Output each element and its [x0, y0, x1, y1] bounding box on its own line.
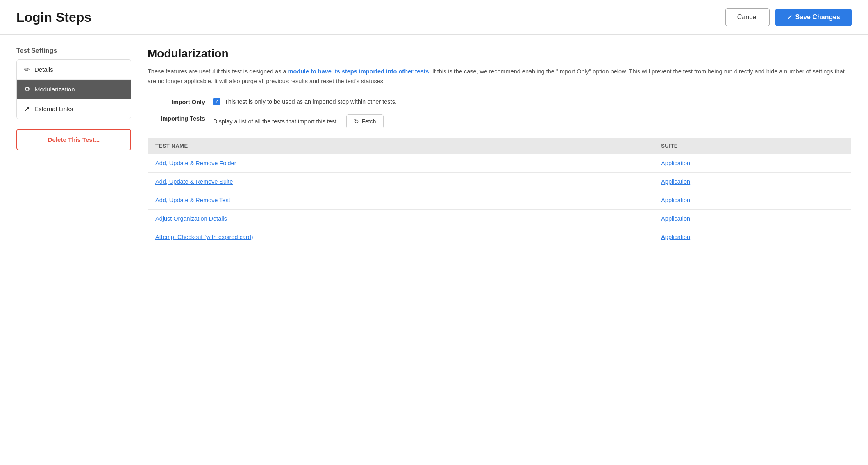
- sidebar-item-details-label: Details: [34, 66, 53, 73]
- test-name-link[interactable]: Attempt Checkout (with expired card): [155, 234, 253, 240]
- page-title: Login Steps: [16, 10, 91, 25]
- sidebar-section-title: Test Settings: [16, 47, 131, 55]
- suite-link[interactable]: Application: [661, 234, 690, 240]
- fetch-icon: ↻: [354, 118, 359, 125]
- test-name-link[interactable]: Add, Update & Remove Folder: [155, 160, 236, 166]
- table-header: TEST NAME SUITE: [148, 137, 852, 154]
- external-link-icon: ↗: [24, 105, 30, 113]
- cancel-button[interactable]: Cancel: [725, 8, 770, 26]
- description-prefix: These features are useful if this test i…: [148, 68, 288, 75]
- test-name-link[interactable]: Add, Update & Remove Suite: [155, 178, 233, 185]
- sidebar-item-modularization-label: Modularization: [35, 86, 75, 93]
- sidebar-item-modularization[interactable]: ⚙ Modularization: [17, 80, 131, 99]
- table-row: Add, Update & Remove TestApplication: [148, 191, 852, 209]
- table-row: Attempt Checkout (with expired card)Appl…: [148, 228, 852, 246]
- save-check-icon: ✓: [787, 14, 792, 21]
- pencil-icon: ✏: [24, 66, 30, 73]
- delete-test-button[interactable]: Delete This Test...: [16, 129, 131, 150]
- content-description: These features are useful if this test i…: [148, 67, 852, 87]
- import-only-text: This test is only to be used as an impor…: [225, 98, 397, 105]
- sidebar-item-details[interactable]: ✏ Details: [17, 60, 131, 80]
- table-body: Add, Update & Remove FolderApplicationAd…: [148, 154, 852, 246]
- sidebar: Test Settings ✏ Details ⚙ Modularization…: [16, 47, 131, 246]
- test-name-link[interactable]: Adjust Organization Details: [155, 215, 227, 222]
- test-name-cell: Adjust Organization Details: [148, 209, 654, 228]
- description-link[interactable]: module to have its steps imported into o…: [288, 68, 429, 75]
- table-row: Adjust Organization DetailsApplication: [148, 209, 852, 228]
- importing-tests-row: Importing Tests Display a list of all th…: [148, 114, 852, 128]
- importing-tests-table: TEST NAME SUITE Add, Update & Remove Fol…: [148, 137, 852, 246]
- sidebar-item-external-links-label: External Links: [34, 105, 73, 112]
- save-button[interactable]: ✓ Save Changes: [775, 9, 852, 26]
- header-actions: Cancel ✓ Save Changes: [725, 8, 852, 26]
- import-only-label: Import Only: [148, 98, 205, 105]
- importing-tests-label: Importing Tests: [148, 114, 205, 122]
- test-name-cell: Add, Update & Remove Folder: [148, 154, 654, 172]
- suite-link[interactable]: Application: [661, 178, 690, 185]
- suite-cell: Application: [654, 228, 851, 246]
- content-area: Modularization These features are useful…: [148, 47, 852, 246]
- table-row: Add, Update & Remove FolderApplication: [148, 154, 852, 172]
- page-header: Login Steps Cancel ✓ Save Changes: [0, 0, 868, 35]
- suite-cell: Application: [654, 172, 851, 191]
- col-suite: SUITE: [654, 137, 851, 154]
- sidebar-nav: ✏ Details ⚙ Modularization ↗ External Li…: [16, 59, 131, 119]
- test-name-cell: Attempt Checkout (with expired card): [148, 228, 654, 246]
- suite-cell: Application: [654, 191, 851, 209]
- test-name-cell: Add, Update & Remove Test: [148, 191, 654, 209]
- suite-cell: Application: [654, 154, 851, 172]
- importing-tests-value: Display a list of all the tests that imp…: [213, 114, 384, 128]
- sidebar-item-external-links[interactable]: ↗ External Links: [17, 99, 131, 119]
- importing-tests-description: Display a list of all the tests that imp…: [213, 118, 338, 125]
- save-label: Save Changes: [795, 14, 840, 21]
- import-only-value: ✓ This test is only to be used as an imp…: [213, 98, 397, 105]
- suite-link[interactable]: Application: [661, 197, 690, 203]
- suite-cell: Application: [654, 209, 851, 228]
- suite-link[interactable]: Application: [661, 160, 690, 166]
- content-title: Modularization: [148, 47, 852, 60]
- import-only-checkbox[interactable]: ✓: [213, 98, 220, 105]
- fetch-button[interactable]: ↻ Fetch: [346, 114, 384, 128]
- import-only-row: Import Only ✓ This test is only to be us…: [148, 98, 852, 105]
- table-row: Add, Update & Remove SuiteApplication: [148, 172, 852, 191]
- test-name-link[interactable]: Add, Update & Remove Test: [155, 197, 230, 203]
- test-name-cell: Add, Update & Remove Suite: [148, 172, 654, 191]
- main-layout: Test Settings ✏ Details ⚙ Modularization…: [0, 35, 868, 259]
- col-test-name: TEST NAME: [148, 137, 654, 154]
- gear-icon: ⚙: [24, 85, 30, 93]
- suite-link[interactable]: Application: [661, 215, 690, 222]
- fetch-label: Fetch: [361, 118, 376, 125]
